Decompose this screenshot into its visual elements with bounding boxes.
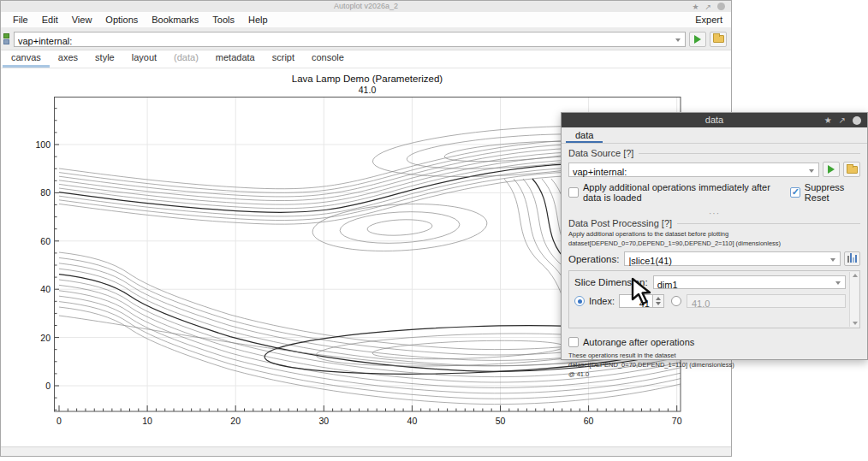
value-radio[interactable] (671, 296, 681, 306)
play-icon (694, 35, 701, 44)
dialog-inspect-uri-button[interactable] (843, 162, 860, 177)
slice-panel-scrollbar[interactable] (849, 272, 859, 327)
busy-indicator-icon (717, 3, 725, 10)
expert-mode-toggle[interactable]: Expert (695, 15, 726, 25)
menu-item-edit[interactable]: Edit (35, 15, 65, 25)
undock-icon[interactable]: ↗ (705, 3, 711, 11)
operations-builder-button[interactable] (844, 251, 860, 266)
tab-layout[interactable]: layout (123, 50, 165, 68)
menu-item-view[interactable]: View (65, 15, 99, 25)
apply-operations-label: Apply additional operations immediately … (583, 182, 790, 203)
window-title: Autoplot v2026a_2 (1, 1, 731, 12)
scroll-down-icon (853, 322, 858, 325)
x-tick-label: 20 (223, 416, 248, 426)
slice-dimension-value (654, 279, 831, 291)
index-value-input (687, 298, 845, 310)
post-processing-label: Data Post Processing [?] (568, 218, 672, 228)
operations-label: Operations: (568, 254, 619, 264)
index-value-field-wrap (687, 294, 846, 308)
y-tick-label: 40 (18, 284, 51, 294)
operations-field-wrap (624, 251, 841, 266)
slice-options-panel: Slice Dimension: Index: (568, 270, 860, 328)
post-processing-hint: Apply additional operations to the datas… (568, 230, 860, 238)
pin-icon[interactable]: ★ (692, 3, 699, 11)
x-tick-label: 40 (399, 416, 425, 426)
menu-items: FileEditViewOptionsBookmarksToolsHelp (6, 15, 275, 25)
tab-script[interactable]: script (264, 50, 303, 68)
data-source-group-header: Data Source [?] (568, 148, 860, 158)
x-tick-label: 50 (488, 416, 514, 426)
apply-operations-checkbox[interactable] (568, 187, 579, 198)
window-titlebar: Autoplot v2026a_2 ★ ↗ (1, 1, 731, 12)
result-dataset-description: dataset[DEPEND_0=70,DEPEND_1=110] (dimen… (568, 361, 860, 369)
address-dropdown-icon[interactable] (675, 38, 681, 42)
spinner-down-icon (656, 302, 661, 305)
collapse-handle[interactable]: ··· (562, 211, 867, 216)
main-tab-row: canvasaxesstylelayout(data)metadatascrip… (1, 50, 731, 68)
autorange-checkbox[interactable] (568, 337, 579, 347)
autorange-label: Autorange after operations (583, 337, 694, 347)
dialog-folder-edit-icon (847, 166, 858, 174)
tab-console[interactable]: console (303, 50, 353, 68)
input-dataset-description: dataset[DEPEND_0=70,DEPEND_1=90,DEPEND_2… (568, 239, 860, 247)
y-tick-label: 100 (18, 139, 51, 150)
tab-style[interactable]: style (86, 50, 123, 68)
result-context: @ 41.0 (568, 370, 860, 378)
mouse-cursor (630, 277, 656, 306)
y-tick-label: 60 (18, 236, 51, 246)
y-tick-label: 20 (18, 333, 51, 343)
operations-input[interactable] (625, 255, 826, 267)
address-bar (1, 28, 731, 50)
x-tick-label: 0 (46, 416, 72, 426)
operations-dropdown-icon[interactable] (830, 258, 835, 262)
menu-item-bookmarks[interactable]: Bookmarks (145, 15, 205, 25)
uri-editor-toggle-icon[interactable] (3, 33, 11, 44)
dialog-uri-field-wrap (568, 163, 819, 177)
status-bar (1, 446, 731, 456)
dialog-title: data (562, 113, 867, 127)
screen: Autoplot v2026a_2 ★ ↗ FileEditViewOption… (0, 0, 868, 461)
dialog-go-button[interactable] (823, 162, 840, 177)
dialog-play-icon (828, 165, 835, 174)
dialog-uri-input[interactable] (569, 166, 805, 178)
menu-item-help[interactable]: Help (241, 15, 275, 25)
x-tick-label: 30 (311, 416, 336, 426)
menu-bar: FileEditViewOptionsBookmarksToolsHelp Ex… (1, 12, 731, 28)
tab-axes[interactable]: axes (50, 50, 86, 68)
y-tick-label: 0 (18, 381, 51, 391)
dialog-dock-icon[interactable]: ↗ (839, 115, 846, 125)
tab-metadata[interactable]: metadata (207, 50, 264, 68)
y-tick-label: 80 (18, 187, 51, 198)
go-button[interactable] (689, 32, 706, 47)
index-label: Index: (589, 296, 615, 306)
address-field-wrap (14, 32, 686, 47)
plot-title: Lava Lamp Demo (Parameterized) (54, 74, 681, 84)
result-hint: These operations result in the dataset (568, 352, 860, 359)
index-radio[interactable] (574, 296, 585, 306)
address-input[interactable] (15, 34, 669, 48)
dialog-uri-dropdown-icon[interactable] (809, 169, 814, 173)
menu-item-options[interactable]: Options (98, 15, 145, 25)
spinner-up-icon (656, 297, 661, 300)
dialog-titlebar[interactable]: data ★ ↗ (562, 113, 867, 127)
tab-data[interactable]: (data) (165, 50, 207, 68)
folder-edit-icon (713, 35, 724, 43)
suppress-reset-label: Suppress Reset (805, 182, 860, 203)
tab-canvas[interactable]: canvas (3, 50, 50, 68)
data-dialog: data ★ ↗ data Data Source [?] (561, 112, 868, 360)
dialog-tab-data[interactable]: data (566, 128, 603, 143)
plot-subtitle: 41.0 (54, 85, 681, 95)
x-tick-label: 10 (134, 416, 160, 426)
scroll-up-icon (853, 274, 858, 277)
slice-dimension-dropdown-icon (835, 281, 841, 285)
menu-item-file[interactable]: File (6, 15, 35, 25)
menu-item-tools[interactable]: Tools (205, 15, 241, 25)
suppress-reset-checkbox[interactable] (790, 187, 800, 198)
x-tick-label: 70 (664, 416, 690, 426)
dialog-tab-row: data (562, 127, 867, 144)
slice-dimension-select[interactable] (653, 275, 846, 289)
inspect-uri-button[interactable] (710, 32, 727, 47)
dialog-busy-indicator-icon (853, 116, 861, 125)
dialog-pin-icon[interactable]: ★ (824, 115, 832, 125)
x-tick-label: 60 (576, 416, 602, 426)
